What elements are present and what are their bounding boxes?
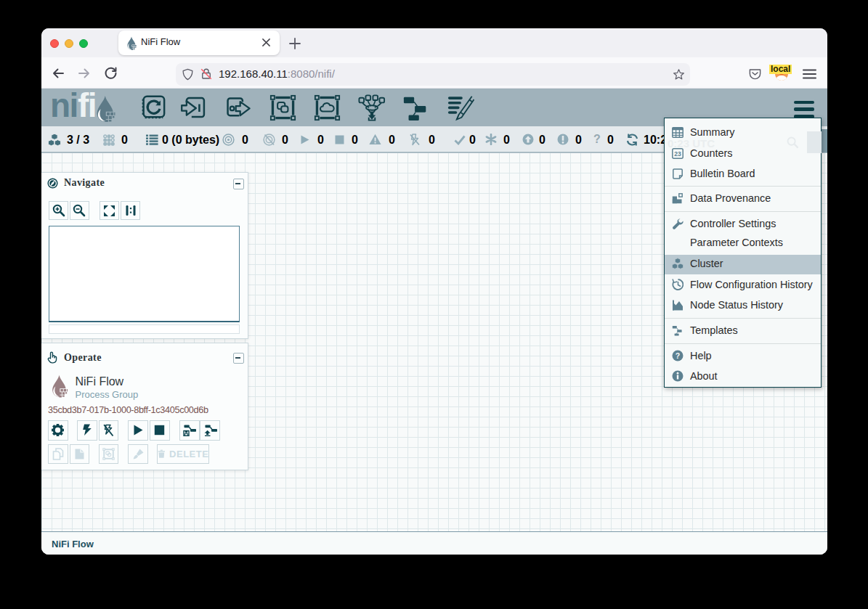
svg-text:23: 23 [674, 150, 681, 158]
svg-text:?: ? [675, 351, 679, 360]
